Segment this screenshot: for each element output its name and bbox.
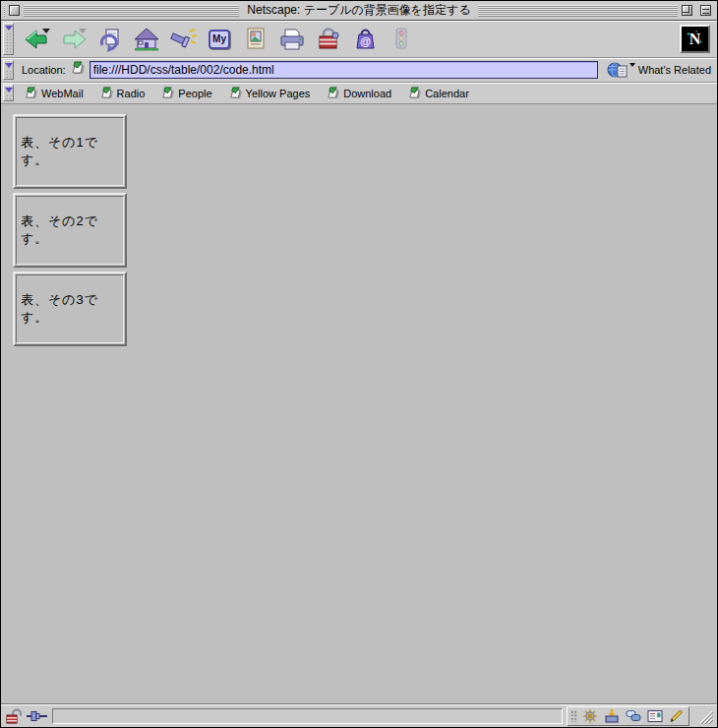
collapse-arrow-icon	[5, 63, 13, 68]
address-book-button[interactable]	[645, 708, 664, 724]
collapse-arrow-icon	[5, 88, 13, 92]
composer-pen-icon	[669, 709, 685, 723]
online-plug-icon	[27, 710, 48, 722]
back-icon	[24, 27, 51, 52]
table-3-cell: 表、その3です。	[16, 274, 124, 343]
reload-icon	[96, 27, 124, 52]
security-unlocked-icon[interactable]	[5, 708, 23, 724]
bookmark-icon	[408, 87, 422, 99]
toolbar-grip	[6, 94, 12, 100]
personal-item-label: People	[178, 88, 211, 99]
shop-icon: @	[351, 27, 379, 52]
collapse-arrow-icon	[5, 26, 13, 30]
home-button[interactable]	[133, 25, 160, 54]
navigator-button[interactable]	[580, 708, 599, 724]
close-box-icon[interactable]	[9, 5, 20, 16]
window-title: Netscape: テーブルの背景画像を指定する	[239, 1, 478, 20]
reload-button[interactable]	[96, 25, 124, 54]
personal-item-label: Radio	[117, 88, 146, 99]
netscape-logo[interactable]: N	[680, 25, 710, 53]
personal-item-label: Calendar	[425, 88, 469, 99]
table-1: 表、その1です。	[13, 114, 127, 189]
command-toolbar-collapse-tab[interactable]	[3, 23, 14, 55]
shop-glyph: @	[360, 34, 371, 46]
images-button[interactable]	[242, 25, 269, 54]
component-bar	[567, 706, 689, 726]
chat-bubbles-icon	[626, 709, 641, 723]
security-button[interactable]	[315, 25, 342, 54]
netscape-window: Netscape: テーブルの背景画像を指定する	[0, 0, 718, 728]
toolbar-grip	[6, 32, 12, 54]
location-input[interactable]	[90, 61, 598, 79]
personal-toolbar: WebMail Radio People	[1, 83, 717, 104]
bookmark-proxy-icon[interactable]	[71, 61, 86, 79]
whats-related-dropdown-icon	[629, 63, 635, 67]
toolbar-grip	[6, 70, 12, 79]
mailbox-icon	[604, 709, 620, 723]
images-icon	[242, 27, 269, 52]
mailbox-button[interactable]	[602, 708, 621, 724]
collapse-box-icon[interactable]	[700, 5, 711, 16]
whats-related-icon	[607, 61, 628, 79]
location-label: Location:	[22, 64, 66, 76]
composer-button[interactable]	[667, 708, 686, 724]
shop-button[interactable]: @	[351, 25, 379, 54]
table-3: 表、その3です。	[13, 272, 127, 346]
table-2-cell: 表、その2です。	[16, 196, 124, 265]
back-button[interactable]	[24, 25, 51, 54]
personal-item-people[interactable]: People	[161, 87, 211, 99]
stop-button[interactable]	[388, 25, 415, 54]
personal-toolbar-collapse-tab[interactable]	[3, 85, 14, 101]
status-message	[52, 708, 563, 724]
bookmark-icon	[161, 87, 175, 99]
navigator-wheel-icon	[582, 709, 598, 723]
personal-item-calendar[interactable]: Calendar	[408, 87, 469, 99]
title-bar[interactable]: Netscape: テーブルの背景画像を指定する	[1, 1, 717, 21]
table-2: 表、その2です。	[13, 193, 127, 268]
stop-icon	[388, 27, 415, 52]
personal-item-yellow-pages[interactable]: Yellow Pages	[229, 87, 311, 99]
location-toolbar: Location: What's Related	[1, 58, 717, 83]
bookmark-icon	[25, 87, 38, 99]
personal-item-label: WebMail	[41, 88, 84, 99]
resize-grip-icon	[697, 708, 713, 724]
print-icon	[278, 27, 306, 52]
page-content: 表、その1です。 表、その2です。 表、その3です。	[1, 104, 717, 703]
personal-item-label: Download	[343, 88, 391, 99]
search-button[interactable]	[169, 25, 197, 54]
security-icon	[315, 27, 342, 52]
resize-grip[interactable]	[695, 706, 715, 726]
instant-messenger-button[interactable]	[624, 708, 642, 724]
table-1-cell: 表、その1です。	[16, 117, 124, 186]
address-book-icon	[647, 709, 663, 723]
netscape-logo-letter: N	[689, 30, 701, 48]
forward-icon	[60, 27, 88, 52]
personal-item-download[interactable]: Download	[327, 87, 391, 99]
whats-related-label: What's Related	[638, 64, 711, 76]
bookmark-icon	[229, 87, 243, 99]
forward-button[interactable]	[60, 25, 88, 54]
personal-item-radio[interactable]: Radio	[100, 87, 146, 99]
my-netscape-icon: My	[209, 30, 230, 49]
command-toolbar: My	[1, 21, 717, 58]
whats-related-button[interactable]: What's Related	[607, 61, 711, 79]
component-bar-grip[interactable]	[570, 710, 577, 722]
print-button[interactable]	[278, 25, 306, 54]
bookmark-icon	[327, 87, 340, 99]
zoom-box-icon[interactable]	[682, 5, 692, 16]
home-icon	[133, 27, 160, 52]
location-toolbar-collapse-tab[interactable]	[3, 60, 14, 80]
my-netscape-button[interactable]: My	[206, 25, 233, 54]
my-netscape-icon-label: My	[212, 33, 226, 44]
personal-item-label: Yellow Pages	[246, 88, 311, 99]
personal-item-webmail[interactable]: WebMail	[25, 87, 84, 99]
search-icon	[169, 27, 197, 52]
bookmark-icon	[100, 87, 114, 99]
status-bar	[1, 703, 717, 727]
